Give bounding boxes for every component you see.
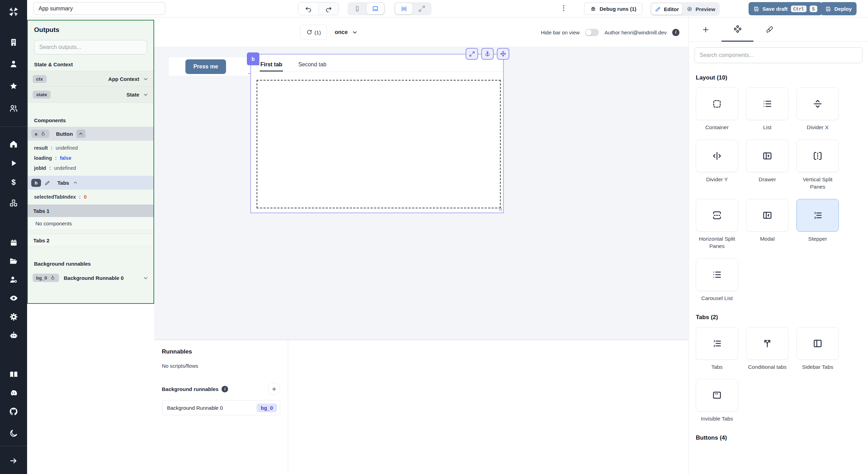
fullscreen-canvas-button[interactable] <box>413 3 431 14</box>
redo-button[interactable] <box>318 2 339 15</box>
state-label: State <box>126 92 139 98</box>
variables-dollar-icon[interactable]: $ <box>7 175 20 189</box>
hide-bar-toggle[interactable] <box>585 29 599 36</box>
settings-gear-icon[interactable] <box>7 310 20 324</box>
components-tab[interactable] <box>721 17 753 42</box>
frequency-dropdown[interactable]: once <box>335 17 358 47</box>
component-card-sidebar-tabs[interactable]: Sidebar Tabs <box>796 327 839 371</box>
bg0-badge: bg_0 <box>33 274 59 282</box>
mobile-view-button[interactable] <box>349 3 366 14</box>
workers-users-gear-icon[interactable] <box>7 273 20 286</box>
editor-tab[interactable]: Editor <box>651 3 682 15</box>
resize-handle[interactable] <box>499 208 502 210</box>
audit-eye-icon[interactable] <box>7 291 20 305</box>
expand-component-button[interactable] <box>466 48 478 60</box>
component-card-drawer[interactable]: Drawer <box>746 140 788 183</box>
more-menu-button[interactable]: ⋮ <box>560 4 567 12</box>
chevron-up-icon[interactable] <box>73 180 78 185</box>
docs-book-icon[interactable] <box>7 367 20 381</box>
tabs1-header[interactable]: Tabs 1 <box>28 205 153 217</box>
discord-icon[interactable] <box>7 386 20 400</box>
components-search-input[interactable] <box>694 47 862 63</box>
debug-runs-button[interactable]: Debug runs (1) <box>584 2 642 15</box>
tab-first[interactable]: First tab <box>260 57 283 72</box>
schedules-calendar-icon[interactable] <box>7 235 20 249</box>
insert-plus-tab[interactable] <box>690 17 721 42</box>
app-summary-input[interactable] <box>33 2 165 15</box>
preview-tab[interactable]: Preview <box>683 3 719 15</box>
deploy-button[interactable]: Deploy <box>820 2 857 15</box>
chevron-down-icon[interactable] <box>143 275 149 281</box>
ctx-row[interactable]: ctx App Context <box>28 71 153 87</box>
component-card-divider-x[interactable]: Divider X <box>796 88 839 131</box>
list-icon <box>762 99 773 109</box>
component-id-badge[interactable]: b <box>247 52 259 65</box>
button-component-row: Press me <box>169 57 252 76</box>
info-icon[interactable]: i <box>672 29 679 36</box>
component-a-row[interactable]: a Button <box>28 127 153 141</box>
component-card-carousel-list[interactable]: Carousel List <box>696 258 738 302</box>
center-align-button[interactable] <box>395 3 412 14</box>
dark-mode-moon-icon[interactable] <box>7 426 20 440</box>
refresh-count-button[interactable]: (1) <box>300 25 327 40</box>
undo-button[interactable] <box>298 2 318 15</box>
resources-boxes-icon[interactable] <box>7 196 20 210</box>
star-icon[interactable] <box>7 79 20 93</box>
tabs1-empty: No components <box>28 217 153 230</box>
background-runnable-row[interactable]: Background Runnable 0 bg_0 <box>162 400 280 415</box>
stepper-icon: 12 <box>812 210 823 221</box>
component-card-conditional-tabs[interactable]: Conditional tabs <box>746 327 788 371</box>
background-runnables-heading: Background runnables <box>28 255 153 270</box>
buttons-section-heading: Buttons (4) <box>696 434 861 441</box>
vertical-split-icon <box>812 151 823 161</box>
editor-label: Editor <box>664 6 679 12</box>
component-card-tabs[interactable]: 12 Tabs <box>696 327 738 371</box>
info-icon[interactable]: i <box>222 386 228 392</box>
bg0-row[interactable]: bg_0 Background Runnable 0 <box>28 270 153 285</box>
anchor-component-button[interactable] <box>481 48 494 60</box>
panel-divider[interactable] <box>288 340 288 474</box>
canvas-toolbar: (1) once Hide bar on view Author henri@w… <box>154 17 688 47</box>
add-background-runnable-button[interactable] <box>268 383 280 395</box>
component-card-vertical-split[interactable]: Vertical Split Panes <box>796 140 839 191</box>
chevron-down-icon[interactable] <box>143 76 149 82</box>
chevron-down-icon[interactable] <box>143 92 149 98</box>
component-card-stepper[interactable]: 12 Stepper <box>796 199 839 243</box>
tabs2-header[interactable]: Tabs 2 <box>28 234 153 247</box>
component-b-props: selectedTabIndex:0 <box>28 190 153 205</box>
state-row[interactable]: state State <box>28 87 153 103</box>
workspace-icon[interactable] <box>7 35 20 49</box>
component-card-container[interactable]: Container <box>696 88 738 131</box>
runs-play-icon[interactable] <box>7 156 20 170</box>
tab-content-dropzone[interactable] <box>257 80 501 208</box>
collapse-a-button[interactable] <box>76 130 85 138</box>
user-icon[interactable] <box>7 57 20 71</box>
outputs-search-input[interactable] <box>34 40 147 55</box>
alignment-toggle-group <box>394 2 432 15</box>
styling-tab[interactable] <box>753 17 785 42</box>
windmill-logo[interactable] <box>7 5 20 19</box>
groups-icon[interactable] <box>7 101 20 115</box>
collapse-arrow-icon[interactable] <box>7 454 20 468</box>
component-card-modal[interactable]: Modal <box>746 199 788 243</box>
component-card-horizontal-split[interactable]: Horizontal Split Panes <box>696 199 738 250</box>
tab-second[interactable]: Second tab <box>298 57 327 72</box>
ai-robot-icon[interactable] <box>7 329 20 342</box>
folders-icon[interactable] <box>7 254 20 268</box>
component-card-list[interactable]: List <box>746 88 788 131</box>
tabs-component[interactable]: b First tab Second tab <box>250 54 504 213</box>
sidebar-divider <box>0 126 27 127</box>
save-draft-button[interactable]: Save draft Ctrl S <box>749 2 822 15</box>
sidebar-tabs-icon <box>812 338 823 349</box>
press-me-button[interactable]: Press me <box>185 59 226 74</box>
tabs-grid: 12 Tabs Conditional tabs Sidebar Tabs In… <box>696 327 861 423</box>
desktop-view-button[interactable] <box>367 3 384 14</box>
edit-id-pencil-icon[interactable] <box>44 180 50 186</box>
component-card-divider-y[interactable]: Divider Y <box>696 140 738 183</box>
component-card-invisible-tabs[interactable]: Invisible Tabs <box>696 379 738 423</box>
github-icon[interactable] <box>7 405 20 418</box>
maximize-icon <box>469 51 475 57</box>
home-icon[interactable] <box>7 137 20 151</box>
move-component-button[interactable] <box>497 48 509 60</box>
component-b-row[interactable]: b Tabs <box>28 176 153 190</box>
